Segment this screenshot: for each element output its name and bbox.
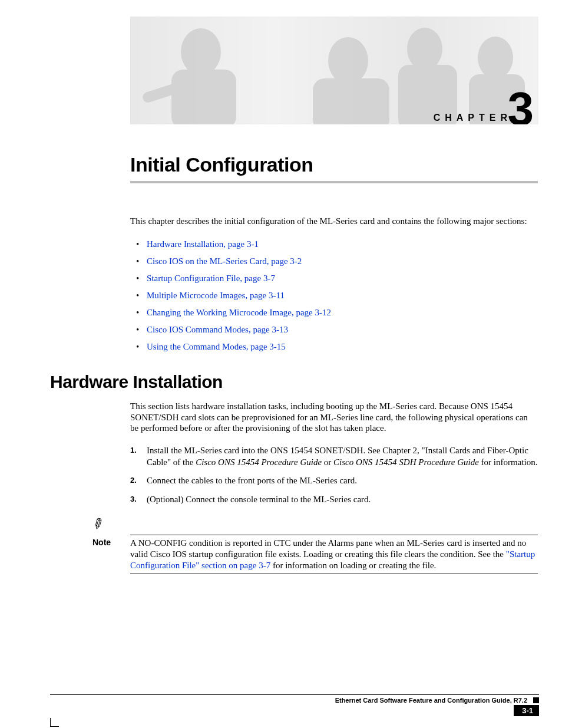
step-item: Install the ML-Series card into the ONS … — [130, 443, 538, 473]
steps-list: Install the ML-Series card into the ONS … — [130, 443, 538, 510]
page-footer: Ethernet Card Software Feature and Confi… — [50, 694, 539, 716]
svg-point-7 — [478, 37, 513, 79]
toc-link-changing[interactable]: Changing the Working Microcode Image, pa… — [147, 308, 331, 317]
toc-list: Hardware Installation, page 3-1 Cisco IO… — [130, 236, 539, 355]
footer-square-icon — [533, 697, 539, 703]
toc-link-startup[interactable]: Startup Configuration File, page 3-7 — [147, 274, 275, 283]
section-body: This section lists hardware installation… — [130, 401, 538, 434]
toc-item: Cisco IOS on the ML-Series Card, page 3-… — [130, 253, 539, 270]
page: CHAPTER 3 Initial Configuration This cha… — [50, 0, 539, 728]
toc-item: Hardware Installation, page 3-1 — [130, 236, 539, 253]
step-item: Connect the cables to the front ports of… — [130, 473, 538, 492]
crop-mark-icon — [50, 718, 59, 727]
ref-title: Cisco ONS 15454 SDH Procedure Guide — [333, 457, 479, 467]
chapter-label: CHAPTER — [434, 113, 512, 123]
banner-art — [130, 17, 538, 124]
note-block: ✎ Note A NO-CONFIG condition is reported… — [92, 516, 539, 574]
svg-point-5 — [407, 28, 442, 70]
toc-item: Changing the Working Microcode Image, pa… — [130, 304, 539, 321]
toc-link-microcode[interactable]: Multiple Microcode Images, page 3-11 — [147, 291, 285, 300]
content-area: Initial Configuration This chapter descr… — [50, 153, 539, 578]
toc-item: Multiple Microcode Images, page 3-11 — [130, 287, 539, 304]
chapter-banner: CHAPTER 3 — [130, 17, 538, 124]
ref-title: Cisco ONS 15454 Procedure Guide — [196, 457, 322, 467]
step-item: (Optional) Connect the console terminal … — [130, 492, 538, 510]
svg-point-3 — [328, 37, 368, 84]
note-text: A NO-CONFIG condition is reported in CTC… — [130, 538, 539, 571]
pencil-icon: ✎ — [89, 514, 107, 534]
note-bottom-rule — [130, 574, 538, 574]
toc-link-cmdmodes[interactable]: Cisco IOS Command Modes, page 3-13 — [147, 325, 288, 334]
page-number: 3-1 — [514, 705, 539, 716]
toc-link-ios[interactable]: Cisco IOS on the ML-Series Card, page 3-… — [147, 256, 302, 266]
title-rule — [130, 181, 538, 183]
svg-rect-1 — [171, 70, 236, 124]
intro-paragraph: This chapter describes the initial confi… — [130, 216, 538, 227]
chapter-number: 3 — [508, 82, 534, 124]
note-text-b: for information on loading or creating t… — [270, 561, 436, 570]
note-top-rule — [130, 535, 538, 535]
toc-item: Using the Command Modes, page 3-15 — [130, 338, 539, 355]
chapter-title: Initial Configuration — [130, 153, 539, 176]
note-text-a: A NO-CONFIG condition is reported in CTC… — [130, 538, 526, 559]
step-text: for information. — [479, 457, 538, 467]
note-label: Note — [92, 538, 111, 547]
toc-item: Cisco IOS Command Modes, page 3-13 — [130, 321, 539, 338]
toc-link-hardware[interactable]: Hardware Installation, page 3-1 — [147, 239, 259, 249]
step-text: or — [322, 457, 333, 467]
step-text: Connect the cables to the front ports of… — [147, 476, 357, 485]
guide-title: Ethernet Card Software Feature and Confi… — [335, 697, 527, 704]
svg-rect-4 — [313, 78, 389, 124]
svg-point-0 — [181, 28, 221, 75]
toc-item: Startup Configuration File, page 3-7 — [130, 270, 539, 287]
section-heading-hardware: Hardware Installation — [50, 372, 539, 392]
step-text: (Optional) Connect the console terminal … — [147, 495, 371, 504]
toc-link-using[interactable]: Using the Command Modes, page 3-15 — [147, 342, 286, 351]
footer-rule — [50, 694, 539, 695]
